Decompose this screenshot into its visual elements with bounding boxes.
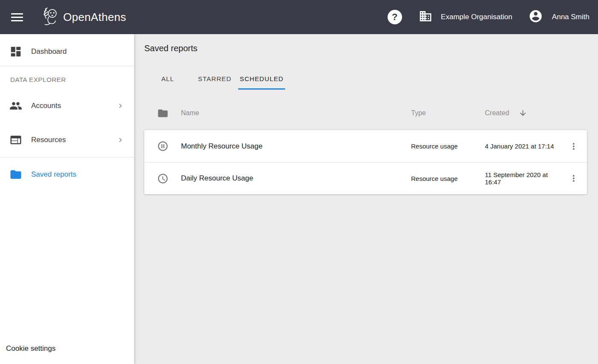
column-header-name[interactable]: Name [181,109,411,117]
sidebar-divider [0,157,134,157]
sidebar-item-resources[interactable]: Resources [0,126,134,154]
resources-icon [9,134,22,146]
sidebar-item-dashboard[interactable]: Dashboard [0,38,134,66]
tab-all[interactable]: ALL [144,67,191,90]
sidebar-item-saved-reports[interactable]: Saved reports [0,160,134,189]
page-title: Saved reports [144,44,587,53]
sidebar-section-label: DATA EXPLORER [0,66,134,92]
organisation-switcher[interactable]: Example Organisation [419,9,512,25]
folder-icon [9,168,22,181]
main-content: Saved reports ALL STARRED SCHEDULED Name… [134,34,598,364]
saved-reports-list: Monthly Resource Usage Resource usage 4 … [144,130,587,194]
tab-starred[interactable]: STARRED [191,67,238,90]
report-name: Daily Resource Usage [181,174,411,183]
report-type: Resource usage [411,175,485,182]
report-type: Resource usage [411,143,485,150]
folder-icon [144,108,181,119]
kebab-menu-icon[interactable] [569,141,579,151]
sidebar-item-accounts[interactable]: Accounts [0,92,134,120]
table-row[interactable]: Monthly Resource Usage Resource usage 4 … [144,130,587,162]
table-row[interactable]: Daily Resource Usage Resource usage 11 S… [144,162,587,194]
tab-bar: ALL STARRED SCHEDULED [144,67,587,90]
organisation-name: Example Organisation [441,13,512,21]
hamburger-menu-icon[interactable] [11,13,23,21]
sidebar-item-label: Saved reports [31,170,76,179]
app-bar-actions: ? Example Organisation Anna Smith [388,9,589,25]
tab-scheduled[interactable]: SCHEDULED [238,67,285,90]
cookie-settings-link[interactable]: Cookie settings [6,344,55,353]
report-created: 4 January 2021 at 17:14 [485,143,563,150]
openathens-owl-icon [41,6,60,28]
chevron-right-icon [116,136,125,144]
pause-circle-icon [144,140,181,152]
account-circle-icon [528,9,543,25]
kebab-menu-icon[interactable] [569,173,579,183]
column-header-type[interactable]: Type [411,109,485,117]
accounts-people-icon [9,99,22,112]
column-header-created-label: Created [485,109,509,117]
sidebar-item-label: Accounts [31,102,61,110]
report-created: 11 September 2020 at 16:47 [485,171,563,186]
sidebar-item-label: Resources [31,136,66,144]
arrow-down-icon [519,109,527,117]
app-bar: OpenAthens ? Example Organisation Anna [0,0,598,34]
user-name: Anna Smith [552,13,589,21]
sidebar: Dashboard DATA EXPLORER Accounts [0,34,134,364]
table-header-row: Name Type Created [144,100,587,126]
openathens-admin-app: OpenAthens ? Example Organisation Anna [0,0,598,364]
user-menu[interactable]: Anna Smith [528,9,589,25]
chevron-right-icon [116,102,125,110]
dashboard-icon [9,45,22,58]
clock-icon [144,173,181,184]
brand-name: OpenAthens [63,11,126,24]
sidebar-item-label: Dashboard [31,47,67,56]
help-icon[interactable]: ? [388,10,402,24]
building-icon [419,9,432,25]
brand-logo: OpenAthens [41,6,126,28]
report-name: Monthly Resource Usage [181,142,411,151]
column-header-created[interactable]: Created [485,109,563,117]
